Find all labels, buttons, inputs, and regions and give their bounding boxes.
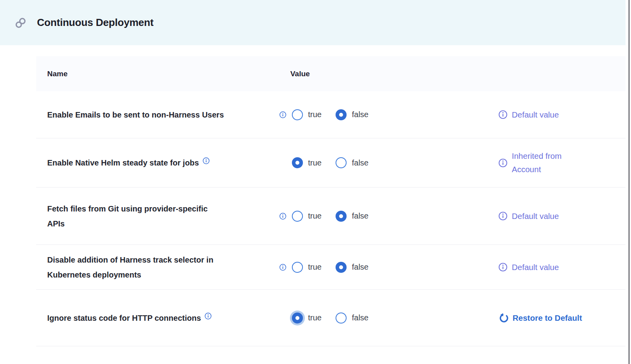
settings-row: Enable Native Helm steady state for jobs… (36, 138, 625, 188)
settings-row: Disable addition of Harness track select… (36, 245, 625, 290)
radio-false[interactable] (336, 157, 347, 168)
setting-name-cell: Ignore status code for HTTP connections (36, 311, 279, 325)
radio-true-label: true (308, 263, 321, 272)
info-icon[interactable] (498, 263, 507, 272)
radio-true-label: true (308, 110, 321, 119)
settings-rows: Enable Emails to be sent to non-Harness … (36, 91, 625, 346)
radio-false-label: false (352, 211, 368, 221)
setting-value-cell: true false (279, 157, 498, 168)
status-label: Default value (512, 108, 559, 121)
settings-row: Ignore status code for HTTP connections … (36, 290, 625, 346)
restore-icon (498, 313, 509, 323)
setting-status-cell: Default value (498, 261, 625, 274)
restore-to-default-button[interactable]: Restore to Default (498, 313, 582, 323)
radio-false-label: false (352, 263, 368, 272)
window-edge (629, 0, 629, 364)
radio-option-true[interactable]: true (292, 211, 321, 222)
column-header-value: Value (290, 70, 625, 78)
radio-false-label: false (352, 110, 368, 119)
column-header-name: Name (36, 70, 290, 78)
radio-true[interactable] (292, 109, 303, 120)
radio-option-false[interactable]: false (336, 109, 368, 120)
radio-false[interactable] (336, 313, 347, 324)
setting-name: Ignore status code for HTTP connections (47, 314, 201, 322)
status-info: Default value (498, 108, 559, 121)
radio-option-true[interactable]: true (292, 109, 321, 120)
setting-name-cell: Disable addition of Harness track select… (36, 252, 279, 282)
setting-name-cell: Enable Emails to be sent to non-Harness … (36, 107, 279, 122)
setting-value-cell: true false (279, 313, 498, 324)
setting-status-cell: Restore to Default (498, 313, 625, 323)
section-title: Continuous Deployment (37, 17, 153, 29)
radio-true-label: true (308, 211, 321, 221)
setting-name-cell: Fetch files from Git using provider-spec… (36, 201, 279, 231)
radio-false-label: false (352, 313, 368, 322)
info-icon[interactable] (203, 157, 210, 164)
radio-true-label: true (308, 158, 321, 167)
settings-row: Fetch files from Git using provider-spec… (36, 188, 625, 245)
settings-page: Continuous Deployment Name Value Enable … (0, 0, 631, 364)
radio-option-true[interactable]: true (292, 313, 321, 324)
radio-false-label: false (352, 158, 368, 167)
radio-false[interactable] (336, 109, 347, 120)
restore-label: Restore to Default (513, 313, 582, 323)
setting-status-cell: Default value (498, 108, 625, 121)
radio-true[interactable] (292, 157, 303, 168)
radio-false[interactable] (336, 262, 347, 273)
setting-value-cell: true false (279, 262, 498, 273)
radio-true[interactable] (292, 313, 303, 324)
radio-option-true[interactable]: true (292, 262, 321, 273)
radio-false[interactable] (336, 211, 347, 222)
link-icon[interactable] (15, 17, 26, 28)
setting-name-cell: Enable Native Helm steady state for jobs (36, 155, 279, 170)
info-icon[interactable] (498, 211, 507, 221)
info-icon[interactable] (498, 158, 507, 167)
radio-option-false[interactable]: false (336, 313, 368, 324)
info-icon[interactable] (279, 111, 286, 118)
info-icon[interactable] (279, 213, 286, 220)
settings-table: Name Value Enable Emails to be sent to n… (36, 56, 625, 346)
status-info: Inherited from Account (498, 149, 561, 176)
status-label: Inherited from Account (512, 149, 561, 176)
radio-option-true[interactable]: true (292, 157, 321, 168)
setting-status-cell: Default value (498, 210, 625, 223)
radio-option-false[interactable]: false (336, 157, 368, 168)
status-info: Default value (498, 210, 559, 223)
setting-name: Fetch files from Git using provider-spec… (47, 204, 208, 228)
radio-option-false[interactable]: false (336, 262, 368, 273)
status-info: Default value (498, 261, 559, 274)
radio-option-false[interactable]: false (336, 211, 368, 222)
radio-true-label: true (308, 313, 321, 322)
settings-row: Enable Emails to be sent to non-Harness … (36, 91, 625, 138)
status-label: Default value (512, 210, 559, 223)
setting-value-cell: true false (279, 211, 498, 222)
setting-name: Enable Native Helm steady state for jobs (47, 158, 199, 167)
info-icon[interactable] (498, 110, 507, 119)
radio-true[interactable] (292, 262, 303, 273)
section-header: Continuous Deployment (0, 0, 625, 45)
radio-true[interactable] (292, 211, 303, 222)
info-icon[interactable] (205, 313, 212, 320)
setting-status-cell: Inherited from Account (498, 149, 625, 176)
table-header-row: Name Value (36, 56, 625, 91)
status-label: Default value (512, 261, 559, 274)
info-icon[interactable] (279, 264, 286, 271)
setting-value-cell: true false (279, 109, 498, 120)
setting-name: Enable Emails to be sent to non-Harness … (47, 110, 224, 119)
setting-name: Disable addition of Harness track select… (47, 256, 213, 279)
